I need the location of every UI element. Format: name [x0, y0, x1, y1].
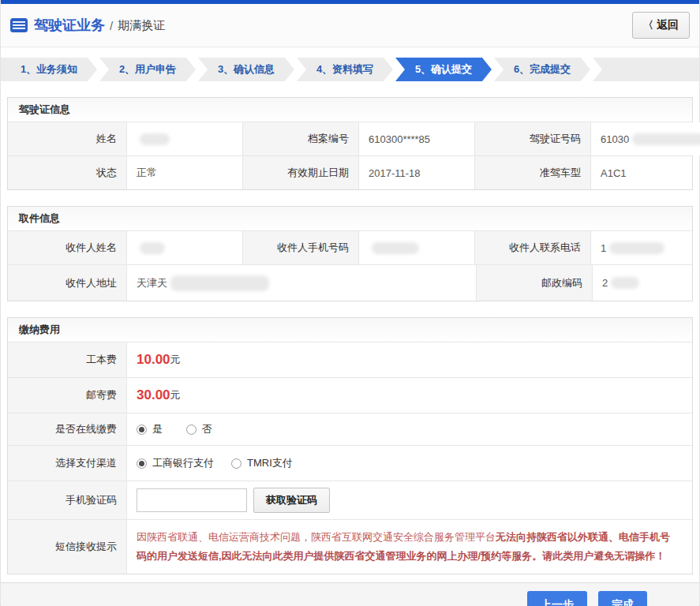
- sms-notice-text: 因陕西省联通、电信运营商技术问题，陕西省互联网交通安全综合服务管理平台无法向持陕…: [126, 520, 692, 574]
- recipient-name-value: [126, 231, 242, 264]
- redacted-address: [170, 275, 269, 291]
- step-6-finish-submit[interactable]: 6、完成提交: [494, 58, 590, 81]
- payment-section-title: 缴纳费用: [8, 318, 692, 342]
- back-button[interactable]: 〈 返回: [632, 12, 690, 39]
- license-no-prefix: 61030: [601, 133, 629, 145]
- radio-label: 否: [202, 422, 212, 436]
- get-code-button[interactable]: 获取验证码: [253, 488, 330, 513]
- radio-channel-tmri[interactable]: TMRI支付: [231, 456, 293, 470]
- back-button-label: 返回: [657, 18, 679, 32]
- status-label: 状态: [8, 156, 126, 189]
- pickup-section-title: 取件信息: [8, 207, 692, 230]
- step-bar-tail: [593, 58, 699, 81]
- license-info-section: 驾驶证信息 姓名 档案编号 610300****85 驾驶证号码 61030X …: [7, 97, 693, 190]
- address-label: 收件人地址: [8, 265, 126, 301]
- recipient-mobile-value: [358, 231, 474, 264]
- page-header: 驾驶证业务 / 期满换证 〈 返回: [1, 4, 699, 47]
- step-wizard: 1、业务须知 2、用户申告 3、确认信息 4、资料填写 5、确认提交 6、完成提…: [1, 58, 699, 81]
- license-no-value: 61030X: [590, 122, 700, 155]
- production-fee-label: 工本费: [8, 342, 126, 377]
- page-title: 驾驶证业务: [34, 16, 105, 35]
- pay-channel-options: 工商银行支付 TMRI支付: [126, 446, 692, 481]
- table-row: 收件人地址 天津天 邮政编码 2: [8, 264, 692, 301]
- radio-label: TMRI支付: [247, 456, 293, 470]
- table-row: 状态 正常 有效期止日期 2017-11-18 准驾车型 A1C1: [8, 155, 692, 189]
- vehicle-type-value: A1C1: [590, 156, 692, 189]
- fee-unit: 元: [170, 388, 181, 402]
- sms-code-label: 手机验证码: [8, 481, 126, 519]
- online-pay-options: 是 否: [126, 413, 692, 445]
- chevron-left-icon: 〈: [643, 18, 653, 32]
- finish-button[interactable]: 完成: [598, 591, 647, 606]
- table-row: 是否在线缴费 是 否: [8, 413, 692, 445]
- production-fee-amount: 10.00: [137, 352, 170, 368]
- status-value: 正常: [126, 156, 242, 189]
- radio-unselected-icon: [186, 425, 197, 435]
- table-row: 工本费 10.00元: [8, 342, 692, 377]
- mail-fee-amount: 30.00: [137, 387, 170, 403]
- radio-online-yes[interactable]: 是: [137, 422, 163, 436]
- table-row: 手机验证码 获取验证码: [8, 481, 692, 519]
- address-value: 天津天: [126, 265, 476, 301]
- expiry-value: 2017-11-18: [358, 156, 474, 189]
- breadcrumb-current: 期满换证: [118, 18, 165, 33]
- production-fee-value: 10.00元: [126, 342, 692, 377]
- mail-fee-label: 邮寄费: [8, 378, 126, 413]
- expiry-label: 有效期止日期: [242, 156, 358, 189]
- redacted-mobile: [372, 242, 419, 254]
- file-no-label: 档案编号: [242, 122, 358, 155]
- radio-online-no[interactable]: 否: [186, 422, 212, 436]
- recipient-name-label: 收件人姓名: [8, 231, 126, 264]
- footer-action-bar: 上一步 完成: [1, 582, 699, 606]
- pickup-info-section: 取件信息 收件人姓名 收件人手机号码 收件人联系电话 1 收件人地址 天津天 邮…: [7, 206, 693, 301]
- table-row: 短信接收提示 因陕西省联通、电信运营商技术问题，陕西省互联网交通安全综合服务管理…: [8, 519, 692, 574]
- radio-selected-icon: [137, 458, 147, 469]
- table-row: 邮寄费 30.00元: [8, 377, 692, 413]
- sms-notice-label: 短信接收提示: [8, 520, 126, 574]
- step-1-business-notice[interactable]: 1、业务须知: [1, 58, 97, 81]
- step-5-confirm-submit[interactable]: 5、确认提交: [395, 58, 492, 81]
- redacted-license-no: [632, 133, 700, 145]
- postal-code-label: 邮政编码: [476, 265, 592, 301]
- sms-code-input[interactable]: [137, 488, 247, 512]
- pay-channel-label: 选择支付渠道: [8, 446, 126, 481]
- address-prefix: 天津天: [137, 276, 167, 290]
- sms-code-field-cell: 获取验证码: [126, 481, 692, 519]
- postal-prefix: 2: [602, 277, 608, 289]
- mail-fee-value: 30.00元: [126, 378, 692, 413]
- page: 驾驶证业务 / 期满换证 〈 返回 1、业务须知 2、用户申告 3、确认信息 4…: [0, 0, 700, 606]
- list-document-icon: [10, 18, 28, 32]
- phone-prefix: 1: [601, 242, 606, 254]
- breadcrumb-separator: /: [110, 19, 113, 32]
- radio-unselected-icon: [231, 458, 241, 469]
- fee-unit: 元: [170, 353, 181, 367]
- license-section-title: 驾驶证信息: [8, 98, 692, 122]
- table-row: 选择支付渠道 工商银行支付 TMRI支付: [8, 445, 692, 481]
- radio-channel-icbc[interactable]: 工商银行支付: [137, 456, 214, 470]
- redacted-name: [140, 133, 170, 145]
- step-4-fill-data[interactable]: 4、资料填写: [297, 58, 393, 81]
- table-row: 收件人姓名 收件人手机号码 收件人联系电话 1: [8, 230, 692, 264]
- step-3-confirm-info[interactable]: 3、确认信息: [198, 58, 294, 81]
- recipient-mobile-label: 收件人手机号码: [242, 231, 358, 264]
- previous-step-button[interactable]: 上一步: [527, 591, 587, 606]
- license-no-label: 驾驶证号码: [474, 122, 590, 155]
- redacted-phone: [609, 242, 664, 254]
- radio-selected-icon: [137, 425, 147, 435]
- step-2-user-declaration[interactable]: 2、用户申告: [99, 58, 196, 81]
- radio-label: 是: [152, 422, 163, 436]
- redacted-postal: [611, 277, 639, 289]
- redacted-recipient-name: [140, 242, 165, 254]
- online-pay-label: 是否在线缴费: [8, 413, 126, 445]
- recipient-phone-value: 1: [590, 231, 692, 264]
- recipient-phone-label: 收件人联系电话: [474, 231, 590, 264]
- name-label: 姓名: [8, 122, 126, 155]
- payment-section: 缴纳费用 工本费 10.00元 邮寄费 30.00元 是否在线缴费 是 否 选择…: [7, 317, 693, 574]
- file-no-value: 610300****85: [358, 122, 474, 155]
- postal-code-value: 2: [592, 265, 692, 301]
- table-row: 姓名 档案编号 610300****85 驾驶证号码 61030X: [8, 122, 692, 155]
- vehicle-type-label: 准驾车型: [474, 156, 590, 189]
- radio-label: 工商银行支付: [152, 456, 214, 470]
- name-value: [126, 122, 242, 155]
- notice-text-normal: 因陕西省联通、电信运营商技术问题，陕西省互联网交通安全综合服务管理平台: [137, 531, 496, 543]
